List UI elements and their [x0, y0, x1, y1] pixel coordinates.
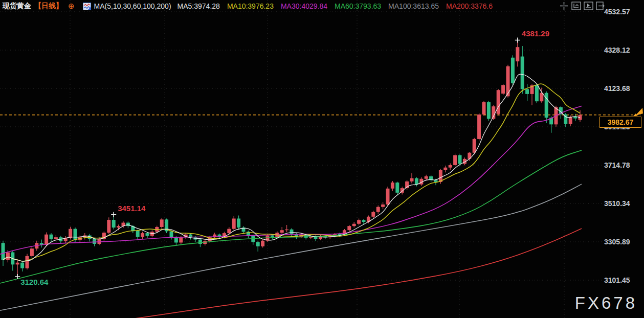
- y-axis-tick-label: 4123.68: [604, 84, 630, 93]
- ma-value-label-ma60: MA60:3793.63: [335, 2, 381, 10]
- chart-window: 4381.293451.143120.64 现货黄金 【日线】 ⊕ MA(5,1…: [0, 0, 644, 318]
- ma-legend-chart-icon: [83, 3, 91, 10]
- y-axis-tick-label: 3510.34: [604, 199, 630, 208]
- auto-scroll-icon[interactable]: [584, 2, 593, 10]
- chart-header: 现货黄金 【日线】 ⊕ MA(5,10,30,60,100,200) MA5:3…: [3, 1, 500, 11]
- y-axis-tick-label: 3305.89: [604, 238, 630, 246]
- ma-line-ma60: [0, 150, 582, 283]
- ma-values: MA5:3974.28MA10:3976.23MA30:4029.84MA60:…: [177, 2, 500, 10]
- ma-value-label-ma200: MA200:3376.6: [446, 2, 493, 10]
- y-axis-tick-label: 4328.12: [604, 46, 630, 54]
- add-indicator-icon[interactable]: ⊕: [68, 2, 75, 11]
- axis-scale-icon[interactable]: [571, 2, 581, 10]
- symbol-label: 现货黄金: [3, 2, 31, 11]
- ma-value-label-ma5: MA5:3974.28: [177, 2, 220, 10]
- watermark: FX678: [575, 293, 637, 313]
- y-axis-tick-label: 3101.45: [604, 276, 630, 284]
- annotation-label: 3120.64: [20, 278, 49, 286]
- annotation-label: 4381.29: [522, 29, 549, 38]
- price-chart[interactable]: 4381.293451.143120.64: [0, 0, 644, 318]
- annotation-label: 3451.14: [118, 204, 146, 213]
- current-price-label: 3982.67: [599, 117, 641, 128]
- grid-layer: [0, 0, 603, 318]
- y-axis-tick-label: 4532.57: [604, 8, 630, 16]
- ma-params-label: MA(5,10,30,60,100,200): [94, 2, 171, 10]
- y-axis-tick-label: 3714.78: [604, 161, 630, 169]
- chart-toolbar: [559, 2, 606, 10]
- ma-line-ma100: [0, 184, 582, 310]
- crosshair-tool-icon[interactable]: [559, 2, 569, 10]
- jump-to-latest-icon[interactable]: [596, 2, 606, 10]
- ma-value-label-ma100: MA100:3613.65: [388, 2, 439, 10]
- ma-value-label-ma10: MA10:3976.23: [227, 2, 274, 10]
- timeframe-label: 【日线】: [34, 2, 63, 11]
- ma-value-label-ma30: MA30:4029.84: [281, 2, 327, 10]
- candles-layer: [2, 40, 582, 276]
- price-alert-arrow-icon: [632, 105, 644, 118]
